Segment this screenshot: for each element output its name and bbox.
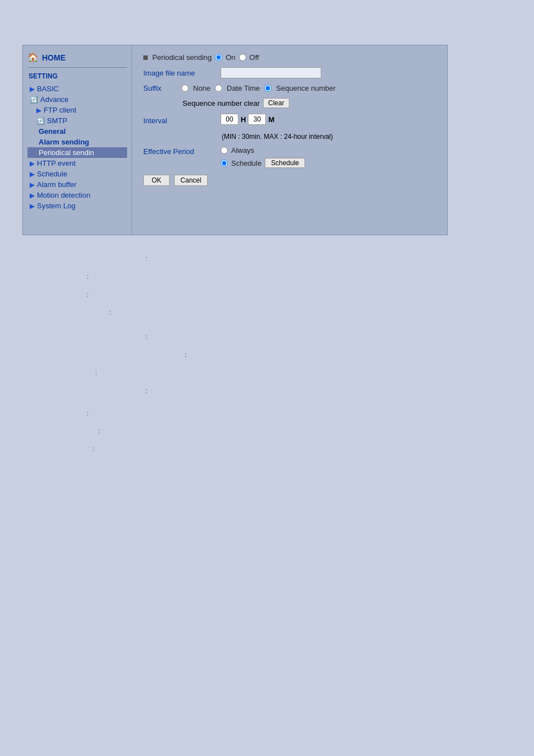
effective-schedule-row: Schedule Schedule [221,158,305,168]
home-icon: 🏠 [27,52,39,63]
meta-colon-5: : [146,330,512,344]
suffix-none-label[interactable]: None [193,84,210,92]
meta-colon-8: : [146,384,512,398]
sidebar-divider [27,67,127,68]
schedule-button[interactable]: Schedule [265,158,305,168]
arrow-icon-smtp: 🔃 [36,117,45,125]
cancel-button[interactable]: Cancel [174,175,207,186]
setting-label: SETTING [27,72,127,80]
seq-clear-row: Sequence number clear Clear [143,98,436,108]
interval-inputs: H M [221,114,274,125]
radio-suffix-datetime[interactable] [215,85,222,92]
sidebar-sub-alarm-label: Alarm sending [39,138,89,146]
interval-minutes-input[interactable] [248,114,266,125]
effective-options: Always Schedule Schedule [221,146,305,168]
interval-minutes-unit: M [268,115,274,124]
effective-period-section: Effective Period Always Schedule Schedul… [143,146,436,168]
image-filename-label: Image file name [143,69,216,77]
arrow-icon-basic: ▶ [30,85,35,93]
sidebar-sub-item-periodical[interactable]: Periodical sendin [27,147,127,158]
radio-schedule[interactable] [221,160,228,167]
sidebar-item-basic[interactable]: ▶ BASIC [27,83,127,94]
meta-colon-9: : [87,407,512,420]
meta-section: : : : : : : : : : : : [22,252,512,456]
sidebar: 🏠 HOME SETTING ▶ BASIC 🔃 Advance ▶ FTP c… [23,45,132,235]
radio-suffix-seqnum[interactable] [264,85,271,92]
effective-period-label: Effective Period [143,146,216,156]
suffix-datetime-label[interactable]: Date Time [227,84,260,92]
home-label: HOME [42,53,65,62]
always-label[interactable]: Always [231,146,254,155]
meta-colon-6: : [185,348,512,362]
arrow-icon-syslog: ▶ [30,202,35,210]
arrow-icon-motion: ▶ [30,192,35,199]
sidebar-item-schedule[interactable]: ▶ Schedule [27,169,127,179]
sidebar-item-smtp-label: SMTP [47,116,67,125]
sidebar-item-alarm-buffer[interactable]: ▶ Alarm buffer [27,179,127,190]
meta-colon-2: : [87,270,512,283]
sidebar-item-ftp[interactable]: ▶ FTP client [27,105,127,115]
radio-suffix-none[interactable] [181,85,189,92]
sidebar-item-basic-label: BASIC [37,85,59,93]
interval-hours-input[interactable] [221,114,238,125]
interval-label: Interval [143,116,216,125]
meta-colon-7: : [95,366,512,380]
sidebar-item-syslog[interactable]: ▶ System Log [27,200,127,211]
periodical-sending-row: Periodical sending On Off [143,53,436,62]
sidebar-item-motion[interactable]: ▶ Motion detection [27,190,127,200]
arrow-icon-ftp: ▶ [36,106,41,114]
radio-always[interactable] [221,147,228,154]
main-content: Periodical sending On Off Image file nam… [132,45,447,235]
ok-button[interactable]: OK [143,175,170,186]
arrow-icon-schedule: ▶ [30,170,35,178]
sidebar-item-alarm-buffer-label: Alarm buffer [37,180,77,189]
periodical-sending-label: Periodical sending [152,53,212,62]
arrow-icon-alarm-buffer: ▶ [30,181,35,189]
meta-colon-3: : [87,288,512,301]
meta-colon-10: : [98,424,512,438]
radio-off[interactable] [239,54,246,61]
sidebar-item-motion-label: Motion detection [37,191,90,199]
effective-always-row: Always [221,146,305,155]
sidebar-item-advance[interactable]: 🔃 Advance [27,94,127,105]
periodical-icon [143,55,148,60]
radio-off-label[interactable]: Off [250,53,259,62]
arrow-icon-advance: 🔃 [30,96,38,104]
meta-colon-4: : [109,306,512,319]
interval-row: Interval H M [143,114,436,127]
suffix-seqnum-label[interactable]: Sequence number [276,84,335,92]
sidebar-sub-periodical-label: Periodical sendin [39,148,94,157]
home-link[interactable]: 🏠 HOME [27,52,127,63]
image-filename-input[interactable] [221,67,321,78]
sidebar-sub-general-label: General [39,127,65,136]
suffix-row: Suffix None Date Time Sequence number [143,84,436,92]
radio-on-label[interactable]: On [226,53,235,62]
meta-colon-11: : [92,442,512,456]
interval-hint: (MIN : 30min. MAX : 24-hour interval) [143,133,436,141]
seq-clear-label: Sequence number clear [182,99,260,108]
clear-button[interactable]: Clear [263,98,289,108]
sidebar-item-syslog-label: System Log [37,202,76,210]
schedule-label[interactable]: Schedule [231,159,261,167]
meta-colon-1: : [146,252,512,265]
sidebar-item-schedule-label: Schedule [37,170,67,178]
sidebar-item-http[interactable]: ▶ HTTP event [27,158,127,169]
sidebar-item-smtp[interactable]: 🔃 SMTP [27,115,127,126]
interval-hours-unit: H [241,115,246,124]
sidebar-item-http-label: HTTP event [37,159,76,167]
sidebar-sub-item-alarm-sending[interactable]: Alarm sending [27,137,127,147]
sidebar-item-advance-label: Advance [40,95,69,104]
radio-on[interactable] [215,54,222,61]
sidebar-item-ftp-label: FTP client [44,106,76,114]
suffix-label: Suffix [143,84,177,92]
sidebar-sub-item-general[interactable]: General [27,126,127,137]
image-filename-row: Image file name [143,67,436,78]
arrow-icon-http: ▶ [30,160,35,167]
action-row: OK Cancel [143,175,436,186]
